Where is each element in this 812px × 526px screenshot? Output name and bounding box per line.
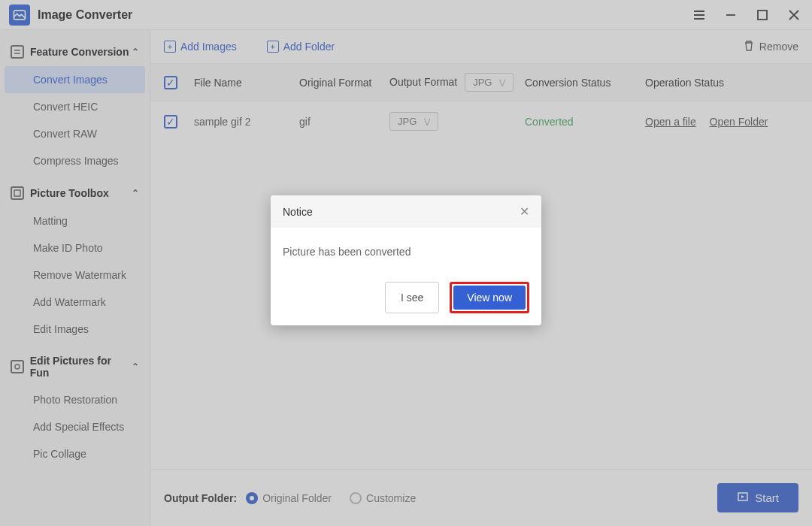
- view-now-highlight: View now: [450, 282, 529, 313]
- i-see-button[interactable]: I see: [385, 282, 439, 313]
- modal-message: Picture has been converted: [271, 228, 541, 270]
- modal-title: Notice: [283, 206, 313, 218]
- modal-close-icon[interactable]: ✕: [520, 204, 529, 219]
- notice-modal: Notice ✕ Picture has been converted I se…: [271, 195, 541, 325]
- modal-overlay: Notice ✕ Picture has been converted I se…: [0, 0, 812, 526]
- view-now-button[interactable]: View now: [453, 286, 526, 310]
